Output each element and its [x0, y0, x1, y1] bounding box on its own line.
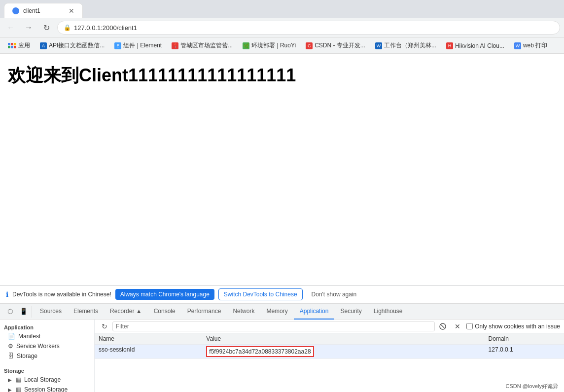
- sidebar-local-storage-label: Local Storage: [24, 376, 61, 383]
- tab-memory[interactable]: Memory: [260, 304, 293, 320]
- tab-application[interactable]: Application: [294, 304, 335, 320]
- expand-icon: ▶: [8, 387, 12, 392]
- browser-tab[interactable]: client1 ✕: [4, 3, 83, 18]
- sidebar-manifest-label: Manifest: [18, 333, 40, 340]
- address-bar: ← → ↻ 🔒 127.0.0.1:2000/client1: [0, 18, 564, 37]
- value-highlight: f5f9924bc7a34d72a08833373802aa28: [206, 346, 314, 357]
- url-bar[interactable]: 🔒 127.0.0.1:2000/client1: [57, 21, 560, 35]
- bookmark-csdn[interactable]: C CSDN - 专业开发...: [302, 40, 369, 51]
- bookmark-market[interactable]: 📍 管城区市场监管营...: [168, 40, 237, 51]
- bookmark-ruoyi[interactable]: 🌿 环境部署 | RuoYi: [239, 40, 300, 51]
- session-storage-icon: ▦: [16, 386, 21, 392]
- refresh-cookies-button[interactable]: ↻: [99, 321, 110, 332]
- bookmark-api[interactable]: A API接口文档函数信...: [36, 40, 108, 51]
- devtools-icons: ⬡ 📱: [2, 306, 32, 318]
- bookmark-ruoyi-label: 环境部署 | RuoYi: [251, 41, 296, 50]
- bookmark-apps-label: 应用: [18, 41, 30, 50]
- sidebar-session-storage-label: Session Storage: [24, 386, 68, 392]
- bookmark-workbench-label: 工作台（郑州美林...: [384, 41, 436, 50]
- sidebar-item-storage[interactable]: 🗄 Storage: [0, 351, 94, 361]
- col-value[interactable]: Value: [202, 333, 484, 345]
- url-text: 127.0.0.1:2000/client1: [74, 24, 137, 32]
- forward-button[interactable]: →: [22, 21, 35, 35]
- tab-recorder[interactable]: Recorder ▲: [104, 304, 148, 320]
- tab-favicon: [12, 7, 19, 14]
- match-language-button[interactable]: Always match Chrome's language: [115, 289, 214, 300]
- bookmark-apps[interactable]: 应用: [4, 40, 34, 51]
- bookmark-hikvision-label: Hikvision AI Clou...: [455, 42, 504, 49]
- delete-selected-button[interactable]: ✕: [452, 321, 463, 332]
- bookmark-api-label: API接口文档函数信...: [49, 41, 105, 50]
- devtools-tab-bar: ⬡ 📱 Sources Elements Recorder ▲ Console …: [0, 304, 564, 320]
- bookmark-csdn-label: CSDN - 专业开发...: [315, 41, 365, 50]
- tab-close-icon[interactable]: ✕: [69, 7, 74, 15]
- devtools-notification: ℹ DevTools is now available in Chinese! …: [0, 285, 564, 303]
- cookie-value-cell: f5f9924bc7a34d72a08833373802aa28: [202, 345, 484, 359]
- tab-network[interactable]: Network: [227, 304, 260, 320]
- sidebar-application-label: Application: [0, 321, 94, 331]
- browser-chrome: client1 ✕ ← → ↻ 🔒 127.0.0.1:2000/client1…: [0, 0, 564, 54]
- svg-line-1: [441, 325, 444, 328]
- bookmarks-bar: 应用 A API接口文档函数信... E 组件 | Element 📍 管城区市…: [0, 37, 564, 53]
- only-issues-checkbox[interactable]: [466, 323, 473, 329]
- devtools-sidebar: Application 📄 Manifest ⚙ Service Workers…: [0, 320, 95, 392]
- clear-cookies-button[interactable]: [437, 321, 449, 332]
- bookmark-webprint[interactable]: W web 打印: [510, 40, 551, 51]
- only-issues-label: Only show cookies with an issue: [475, 323, 560, 330]
- cookie-domain-cell: 127.0.0.1: [485, 345, 564, 359]
- bookmark-hikvision[interactable]: H Hikvision AI Clou...: [442, 41, 508, 50]
- reload-button[interactable]: ↻: [39, 21, 53, 35]
- footer-text: CSDN @lovely好诡异: [505, 383, 558, 390]
- lock-icon: 🔒: [64, 24, 71, 31]
- service-workers-icon: ⚙: [8, 343, 13, 350]
- tab-lighthouse[interactable]: Lighthouse: [368, 304, 409, 320]
- sidebar-storage-label: Storage: [17, 353, 37, 359]
- sidebar-item-session-storage[interactable]: ▶ ▦ Session Storage: [0, 385, 94, 392]
- notification-text: DevTools is now available in Chinese!: [12, 291, 111, 298]
- sidebar-storage-section-label: Storage: [0, 365, 94, 375]
- bookmark-element[interactable]: E 组件 | Element: [110, 40, 166, 51]
- back-button[interactable]: ←: [4, 21, 18, 35]
- bookmark-webprint-label: web 打印: [523, 41, 547, 50]
- devtools-body: Application 📄 Manifest ⚙ Service Workers…: [0, 320, 564, 392]
- cookie-name-cell: sso-sessionId: [95, 345, 202, 359]
- bookmark-market-label: 管城区市场监管营...: [180, 41, 233, 50]
- toolbar-right: ✕ Only show cookies with an issue: [437, 321, 560, 332]
- cookies-toolbar: ↻ ✕ Only show cookies with an issue: [95, 320, 564, 333]
- tab-sources[interactable]: Sources: [34, 304, 68, 320]
- bookmark-workbench[interactable]: W 工作台（郑州美林...: [371, 40, 440, 51]
- tab-security[interactable]: Security: [334, 304, 367, 320]
- sidebar-service-workers-label: Service Workers: [16, 343, 60, 350]
- info-icon: ℹ: [6, 290, 8, 298]
- page-title: 欢迎来到Client11111111111111111: [8, 64, 556, 88]
- cursor-icon[interactable]: ⬡: [4, 306, 16, 318]
- local-storage-icon: ▦: [16, 376, 21, 383]
- cookies-table: Name Value Domain sso-sessionId f5f9924b…: [95, 333, 564, 392]
- switch-chinese-button[interactable]: Switch DevTools to Chinese: [218, 288, 303, 300]
- sidebar-item-service-workers[interactable]: ⚙ Service Workers: [0, 341, 94, 351]
- tab-performance[interactable]: Performance: [181, 304, 227, 320]
- manifest-icon: 📄: [8, 333, 15, 340]
- sidebar-item-local-storage[interactable]: ▶ ▦ Local Storage: [0, 375, 94, 385]
- sidebar-item-manifest[interactable]: 📄 Manifest: [0, 331, 94, 341]
- table-row[interactable]: sso-sessionId f5f9924bc7a34d72a088333738…: [95, 345, 564, 359]
- storage-icon: 🗄: [8, 353, 14, 359]
- page-content: 欢迎来到Client11111111111111111: [0, 54, 564, 285]
- bookmark-element-label: 组件 | Element: [123, 41, 162, 50]
- filter-input[interactable]: [112, 321, 435, 331]
- tab-elements[interactable]: Elements: [68, 304, 104, 320]
- col-name[interactable]: Name: [95, 333, 202, 345]
- tab-console[interactable]: Console: [148, 304, 181, 320]
- devtools-main: ↻ ✕ Only show cookies with an issue: [95, 320, 564, 392]
- tab-title: client1: [23, 7, 40, 14]
- device-icon[interactable]: 📱: [18, 306, 30, 318]
- tab-bar: client1 ✕: [0, 0, 564, 18]
- devtools-panel: ⬡ 📱 Sources Elements Recorder ▲ Console …: [0, 303, 564, 392]
- cookies-data-table: Name Value Domain sso-sessionId f5f9924b…: [95, 333, 564, 359]
- col-domain[interactable]: Domain: [485, 333, 564, 345]
- expand-icon: ▶: [8, 377, 12, 383]
- dont-show-button[interactable]: Don't show again: [307, 289, 362, 300]
- only-issues-filter: Only show cookies with an issue: [466, 323, 560, 330]
